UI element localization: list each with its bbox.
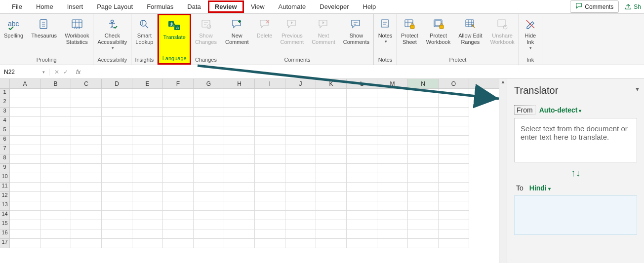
cell-G11[interactable] [194, 183, 224, 192]
cell-I6[interactable] [255, 136, 285, 145]
cell-H17[interactable] [224, 239, 255, 248]
cell-K2[interactable] [316, 98, 347, 108]
column-header-D[interactable]: D [102, 79, 132, 88]
cell-A16[interactable] [10, 229, 40, 239]
cell-O17[interactable] [439, 239, 469, 248]
cell-K1[interactable] [316, 89, 347, 98]
cell-H13[interactable] [224, 201, 255, 211]
row-header-4[interactable]: 4 [0, 117, 10, 126]
cell-J7[interactable] [285, 145, 316, 154]
cell-D16[interactable] [102, 229, 132, 239]
cell-D9[interactable] [102, 164, 132, 173]
cell-J14[interactable] [285, 211, 316, 220]
cell-H11[interactable] [224, 183, 255, 192]
cell-I10[interactable] [255, 173, 285, 183]
cell-G2[interactable] [194, 98, 224, 108]
row-header-13[interactable]: 13 [0, 201, 10, 211]
vertical-scrollbar[interactable]: ▲ [499, 79, 507, 263]
cell-M14[interactable] [377, 211, 408, 220]
cell-K4[interactable] [316, 117, 347, 126]
cell-O11[interactable] [439, 183, 469, 192]
cell-B15[interactable] [40, 220, 71, 229]
cell-I17[interactable] [255, 239, 285, 248]
cell-G15[interactable] [194, 220, 224, 229]
cell-K5[interactable] [316, 126, 347, 136]
cell-A8[interactable] [10, 154, 40, 164]
column-header-F[interactable]: F [163, 79, 194, 88]
row-header-15[interactable]: 15 [0, 220, 10, 229]
cell-K17[interactable] [316, 239, 347, 248]
cell-O4[interactable] [439, 117, 469, 126]
cell-F9[interactable] [163, 164, 194, 173]
cell-O10[interactable] [439, 173, 469, 183]
cell-H10[interactable] [224, 173, 255, 183]
cell-A1[interactable] [10, 89, 40, 98]
cell-H14[interactable] [224, 211, 255, 220]
row-header-10[interactable]: 10 [0, 173, 10, 183]
cell-J17[interactable] [285, 239, 316, 248]
cell-L17[interactable] [347, 239, 377, 248]
allow-edit-ranges-button[interactable]: Allow Edit Ranges [454, 14, 486, 56]
cell-E4[interactable] [132, 117, 163, 126]
cell-D1[interactable] [102, 89, 132, 98]
cell-C2[interactable] [71, 98, 102, 108]
cell-L1[interactable] [347, 89, 377, 98]
column-header-G[interactable]: G [194, 79, 224, 88]
cell-D7[interactable] [102, 145, 132, 154]
cell-L9[interactable] [347, 164, 377, 173]
check-accessibility-button[interactable]: Check Accessibility▾ [93, 14, 131, 56]
cell-I2[interactable] [255, 98, 285, 108]
cell-H15[interactable] [224, 220, 255, 229]
row-header-3[interactable]: 3 [0, 108, 10, 117]
cell-O6[interactable] [439, 136, 469, 145]
cell-B9[interactable] [40, 164, 71, 173]
cell-A10[interactable] [10, 173, 40, 183]
cell-H12[interactable] [224, 192, 255, 201]
spelling-button[interactable]: abc Spelling [0, 14, 27, 56]
cell-B17[interactable] [40, 239, 71, 248]
cell-N1[interactable] [408, 89, 439, 98]
cell-F3[interactable] [163, 108, 194, 117]
cell-E15[interactable] [132, 220, 163, 229]
row-header-1[interactable]: 1 [0, 89, 10, 98]
column-header-C[interactable]: C [71, 79, 102, 88]
cell-O5[interactable] [439, 126, 469, 136]
cell-N12[interactable] [408, 192, 439, 201]
cell-G13[interactable] [194, 201, 224, 211]
cell-O13[interactable] [439, 201, 469, 211]
row-header-7[interactable]: 7 [0, 145, 10, 154]
tab-insert[interactable]: Insert [60, 0, 90, 13]
cell-E16[interactable] [132, 229, 163, 239]
column-header-N[interactable]: N [408, 79, 439, 88]
row-header-14[interactable]: 14 [0, 211, 10, 220]
cell-F8[interactable] [163, 154, 194, 164]
cell-G6[interactable] [194, 136, 224, 145]
column-header-J[interactable]: J [285, 79, 316, 88]
cell-C4[interactable] [71, 117, 102, 126]
cell-C14[interactable] [71, 211, 102, 220]
column-header-O[interactable]: O [439, 79, 469, 88]
cell-J6[interactable] [285, 136, 316, 145]
cell-J4[interactable] [285, 117, 316, 126]
cell-N2[interactable] [408, 98, 439, 108]
swap-languages-button[interactable]: ↑↓ [514, 167, 637, 179]
cell-N11[interactable] [408, 183, 439, 192]
cell-N13[interactable] [408, 201, 439, 211]
cell-A15[interactable] [10, 220, 40, 229]
cell-C5[interactable] [71, 126, 102, 136]
smart-lookup-button[interactable]: i Smart Lookup [131, 14, 157, 56]
cell-C1[interactable] [71, 89, 102, 98]
cell-M13[interactable] [377, 201, 408, 211]
cell-K14[interactable] [316, 211, 347, 220]
row-header-5[interactable]: 5 [0, 126, 10, 136]
cell-G4[interactable] [194, 117, 224, 126]
cell-D5[interactable] [102, 126, 132, 136]
cell-J5[interactable] [285, 126, 316, 136]
column-header-L[interactable]: L [347, 79, 377, 88]
cell-E14[interactable] [132, 211, 163, 220]
comments-button[interactable]: Comments [570, 0, 619, 13]
spreadsheet-grid[interactable]: ABCDEFGHIJKLMNO 123456789101112131415161… [0, 79, 499, 263]
cell-I3[interactable] [255, 108, 285, 117]
cell-E6[interactable] [132, 136, 163, 145]
cell-C12[interactable] [71, 192, 102, 201]
